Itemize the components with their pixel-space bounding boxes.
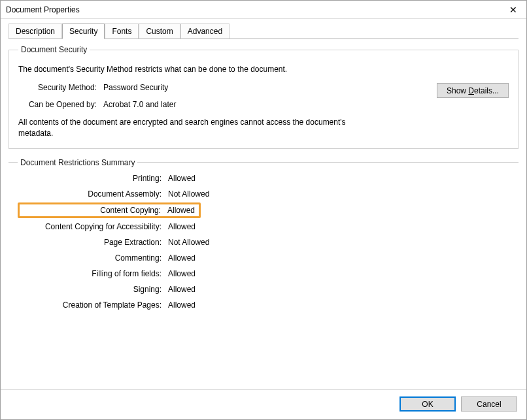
restriction-row: Document Assembly:Not Allowed [18,189,509,199]
tab-description[interactable]: Description [8,24,62,39]
security-method-row: Security Method: Password Security [18,83,509,92]
restriction-label: Content Copying: [21,206,167,215]
restriction-row: Content Copying:Allowed [18,205,509,216]
restriction-value: Allowed [168,285,196,294]
restriction-value: Allowed [168,174,196,183]
security-method-label: Security Method: [18,83,103,92]
restrictions-legend: Document Restrictions Summary [18,158,137,167]
document-security-legend: Document Security [18,45,90,54]
opened-by-label: Can be Opened by: [18,100,103,109]
tab-advanced[interactable]: Advanced [180,24,230,39]
close-icon[interactable]: ✕ [500,1,526,19]
document-security-group: Document Security The document's Securit… [8,45,518,149]
opened-by-row: Can be Opened by: Acrobat 7.0 and later [18,100,509,109]
restriction-label: Document Assembly: [18,189,168,199]
cancel-button[interactable]: Cancel [461,396,517,412]
ok-button[interactable]: OK [400,396,456,412]
dialog-content: Description Security Fonts Custom Advanc… [1,19,526,389]
tab-strip: Description Security Fonts Custom Advanc… [8,24,518,39]
restrictions-group: Document Restrictions Summary Printing:A… [8,158,518,319]
restriction-value: Allowed [167,206,195,215]
tab-custom[interactable]: Custom [139,24,180,39]
tab-security[interactable]: Security [62,24,105,39]
show-details-suffix: etails... [474,86,499,95]
show-details-prefix: Show [447,86,468,95]
restriction-label: Page Extraction: [18,238,168,247]
show-details-button[interactable]: Show Details... [437,83,509,98]
encryption-note: All contents of the document are encrypt… [18,117,358,139]
window-title: Document Properties [6,5,500,14]
titlebar: Document Properties ✕ [1,1,526,19]
restrictions-list: Printing:AllowedDocument Assembly:Not Al… [18,174,509,310]
restriction-value: Not Allowed [168,189,209,199]
show-details-underlined: D [468,86,474,95]
restriction-highlight: Content Copying:Allowed [18,202,201,218]
restriction-value: Not Allowed [168,238,209,247]
restriction-row: Creation of Template Pages:Allowed [18,300,509,310]
restriction-row: Commenting:Allowed [18,253,509,263]
security-description: The document's Security Method restricts… [18,65,509,74]
restriction-value: Allowed [168,300,196,310]
restriction-row: Content Copying for Accessibility:Allowe… [18,222,509,231]
restriction-label: Signing: [18,285,168,294]
tabpanel-security: Document Security The document's Securit… [8,39,518,389]
opened-by-value: Acrobat 7.0 and later [103,100,509,109]
dialog-footer: OK Cancel [1,389,526,419]
restriction-value: Allowed [168,253,196,263]
show-details-wrapper: Show Details... [437,83,509,98]
restriction-row: Page Extraction:Not Allowed [18,238,509,247]
restriction-label: Filling of form fields: [18,269,168,278]
restriction-value: Allowed [168,269,196,278]
restriction-label: Content Copying for Accessibility: [18,222,168,231]
restriction-row: Filling of form fields:Allowed [18,269,509,278]
restriction-label: Commenting: [18,253,168,263]
restriction-label: Printing: [18,174,168,183]
restriction-value: Allowed [168,222,196,231]
restriction-label: Creation of Template Pages: [18,300,168,310]
tab-fonts[interactable]: Fonts [105,24,139,39]
restriction-row: Signing:Allowed [18,285,509,294]
restriction-row: Printing:Allowed [18,174,509,183]
dialog-window: Document Properties ✕ Description Securi… [0,0,527,420]
